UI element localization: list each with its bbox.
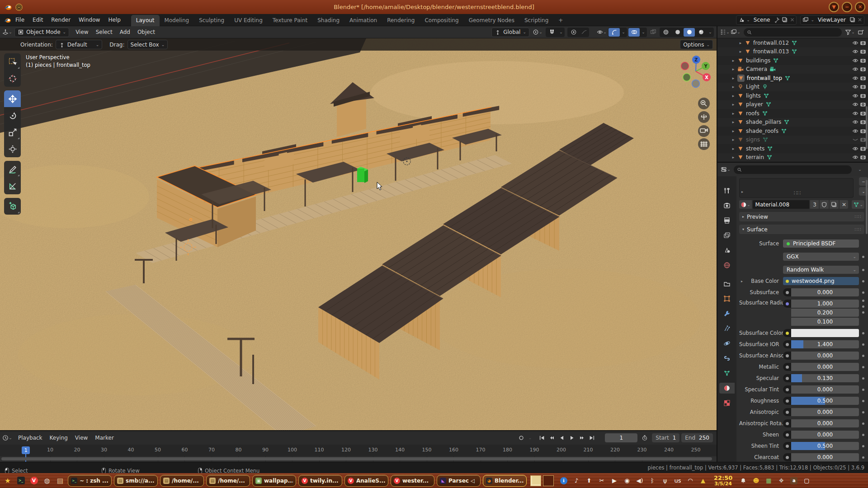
- outliner-item-name[interactable]: frontwall.012: [752, 40, 790, 46]
- socket-toggle[interactable]: [783, 442, 791, 450]
- gizmos-toggle[interactable]: [609, 28, 620, 37]
- outliner-item-name[interactable]: terrain: [745, 154, 765, 160]
- scene-name[interactable]: Scene: [752, 17, 772, 23]
- select-box-tool[interactable]: [4, 53, 21, 70]
- socket-toggle[interactable]: [783, 453, 791, 461]
- move-tool[interactable]: [4, 90, 21, 107]
- navigation-gizmo[interactable]: Z Y X: [678, 51, 714, 182]
- show-toggle[interactable]: [852, 128, 859, 134]
- socket-toggle[interactable]: [783, 329, 791, 337]
- new-collection-button[interactable]: [855, 28, 866, 37]
- launcher-terminal[interactable]: >_: [15, 475, 26, 486]
- disclosure-icon[interactable]: ▸: [731, 94, 736, 98]
- outliner-row[interactable]: ▸Light: [717, 83, 868, 92]
- tab-layout[interactable]: Layout: [131, 15, 160, 26]
- value-slider[interactable]: 0.000: [791, 385, 859, 394]
- render-visibility-toggle[interactable]: [860, 154, 866, 160]
- tray-info-icon[interactable]: ℹ: [560, 477, 567, 484]
- outliner-filter-dropdown[interactable]: ⌄: [844, 28, 855, 37]
- render-visibility-toggle[interactable]: [860, 48, 866, 55]
- outliner-scrollbar[interactable]: [866, 106, 868, 149]
- property-dropdown[interactable]: GGX⌄: [783, 253, 859, 261]
- viewport-menu-add[interactable]: Add: [116, 29, 134, 35]
- taskbar-window--home-[interactable]: ▤/home/...: [206, 475, 250, 487]
- viewport-menu-view[interactable]: View: [72, 29, 92, 35]
- properties-tab-constraints[interactable]: [719, 353, 735, 364]
- properties-tab-texture[interactable]: [719, 398, 735, 408]
- overlays-toggle[interactable]: [628, 28, 640, 37]
- options-dropdown[interactable]: Options⌄: [680, 40, 713, 49]
- outliner-item-name[interactable]: Light: [745, 84, 760, 90]
- xray-toggle[interactable]: [648, 28, 659, 37]
- socket-toggle[interactable]: [783, 340, 791, 348]
- shading-solid-button[interactable]: [672, 28, 683, 37]
- outliner-row[interactable]: ▸shade_roofs: [717, 127, 868, 136]
- texture-field[interactable]: westwood4.png: [783, 277, 859, 285]
- show-toggle[interactable]: [852, 119, 859, 125]
- taskbar-window-smb-a-[interactable]: ▤smb://a...: [114, 475, 158, 487]
- launcher-vivaldi[interactable]: V: [28, 475, 39, 486]
- value-slider[interactable]: 0.000: [791, 431, 859, 439]
- outliner-row[interactable]: ▸player: [717, 100, 868, 109]
- outliner-row[interactable]: ▸shade_pillars: [717, 118, 868, 127]
- tray-bluetooth-icon[interactable]: ᛒ: [649, 477, 656, 484]
- socket-toggle[interactable]: [783, 408, 791, 416]
- properties-editor-type[interactable]: ⌄: [720, 165, 731, 174]
- socket-toggle[interactable]: [783, 431, 791, 439]
- outliner-item-name[interactable]: roofs: [745, 110, 760, 117]
- value-slider[interactable]: 0.500: [791, 442, 859, 450]
- surface-shader-field[interactable]: Principled BSDF: [783, 239, 859, 248]
- measure-tool[interactable]: [4, 178, 21, 194]
- tab-sculpting[interactable]: Sculpting: [194, 15, 229, 26]
- tab-uv-editing[interactable]: UV Editing: [229, 15, 268, 26]
- shading-material-preview-button[interactable]: [684, 28, 695, 37]
- socket-toggle[interactable]: [783, 419, 791, 427]
- show-toggle[interactable]: [852, 154, 859, 160]
- menu-window[interactable]: Window: [75, 17, 104, 23]
- tab-geometry-nodes[interactable]: Geometry Nodes: [464, 15, 519, 26]
- value-slider[interactable]: 0.000: [791, 419, 859, 427]
- disclosure-icon[interactable]: ▸: [731, 102, 736, 107]
- value-field[interactable]: 0.200: [791, 309, 859, 317]
- launcher-file-drawer[interactable]: ▤: [55, 475, 66, 486]
- tray-jar-icon[interactable]: a: [790, 477, 797, 484]
- scene-selector[interactable]: ⌄ Scene ✕: [736, 15, 797, 25]
- property-dropdown[interactable]: Random Walk⌄: [783, 266, 859, 274]
- tray-wifi-icon[interactable]: ◠: [687, 477, 694, 484]
- tray-usb-icon[interactable]: ψ: [661, 477, 669, 484]
- tray-smiley-icon[interactable]: ☻: [752, 477, 760, 484]
- outliner-row[interactable]: ▸terrain: [717, 153, 868, 162]
- orientation-dropdown[interactable]: Default⌄: [56, 40, 103, 49]
- outliner-row[interactable]: ▸signs: [717, 136, 868, 145]
- properties-tab-scene[interactable]: [719, 245, 735, 256]
- surface-panel-header[interactable]: ▾Surface∷∷: [739, 225, 864, 234]
- socket-toggle[interactable]: [783, 352, 791, 360]
- properties-tab-object[interactable]: [719, 293, 735, 304]
- timeline-scrollbar[interactable]: [1, 457, 712, 460]
- taskbar-window--zsh-[interactable]: >_~ : zsh ...: [68, 475, 112, 487]
- unlink-material-button[interactable]: ✕: [840, 200, 848, 209]
- start-frame-field[interactable]: Start1: [652, 433, 679, 442]
- value-field[interactable]: 1.000: [791, 300, 859, 308]
- outliner-row[interactable]: ▸buildings: [717, 56, 868, 65]
- transform-orientation-dropdown[interactable]: Global⌄: [491, 28, 529, 37]
- taskbar-window--home-[interactable]: ▤/home/...: [160, 475, 204, 487]
- tab-shading[interactable]: Shading: [312, 15, 344, 26]
- play-button[interactable]: [567, 433, 577, 442]
- value-slider[interactable]: 0.130: [791, 374, 859, 382]
- render-visibility-toggle[interactable]: [860, 128, 866, 134]
- shading-dropdown[interactable]: ⌄: [707, 28, 713, 37]
- tray-ghost-window-icon[interactable]: ▢: [803, 477, 810, 484]
- properties-options-dropdown[interactable]: ⌄: [854, 165, 865, 174]
- properties-tab-particles[interactable]: [719, 323, 735, 334]
- outliner-row[interactable]: ▸frontwall.013: [717, 47, 868, 56]
- properties-tab-tool[interactable]: [719, 185, 735, 196]
- render-visibility-toggle[interactable]: [860, 57, 866, 64]
- disclosure-icon[interactable]: ▸: [731, 76, 736, 80]
- tab-animation[interactable]: Animation: [344, 15, 382, 26]
- timeline-menu-playback[interactable]: Playback: [14, 435, 46, 441]
- render-visibility-toggle[interactable]: [860, 145, 866, 152]
- color-swatch[interactable]: [791, 329, 859, 337]
- menu-render[interactable]: Render: [47, 17, 75, 23]
- timeline-menu-keying[interactable]: Keying: [46, 435, 71, 441]
